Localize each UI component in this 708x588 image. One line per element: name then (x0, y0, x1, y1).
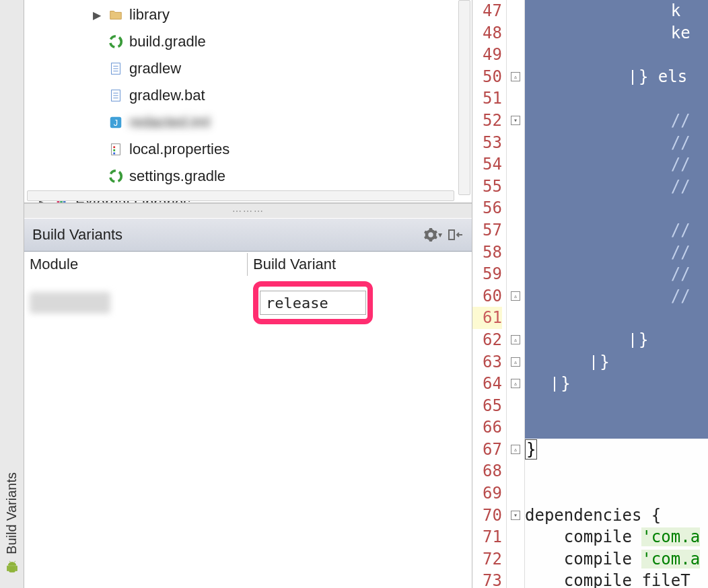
tree-label: gradlew (129, 60, 181, 77)
fold-gutter-cell[interactable]: ▵ (507, 285, 524, 307)
code-line[interactable] (525, 197, 708, 219)
tree-item-local-properties[interactable]: local.properties (65, 136, 472, 163)
svg-point-0 (110, 36, 122, 48)
code-line[interactable] (525, 482, 708, 505)
code-line[interactable]: } (525, 373, 708, 395)
fold-gutter-cell (507, 197, 524, 219)
line-number: 57 (472, 219, 502, 242)
fold-gutter-cell[interactable]: ▵ (507, 439, 524, 461)
module-icon: J (108, 114, 124, 131)
code-line[interactable]: k (525, 0, 708, 22)
module-name-redacted (30, 292, 110, 314)
line-number: 58 (472, 242, 502, 264)
line-number-gutter: 4748495051525354555657585960616263646566… (472, 0, 506, 588)
tree-item-settings-gradle[interactable]: settings.gradle (65, 163, 472, 190)
line-number: 56 (472, 197, 502, 219)
fold-expand-icon[interactable]: ▵ (511, 379, 520, 388)
svg-text:J: J (114, 118, 118, 128)
code-line[interactable] (525, 460, 708, 482)
code-line[interactable] (525, 307, 708, 329)
code-editor[interactable]: 4748495051525354555657585960616263646566… (472, 0, 708, 588)
line-number: 62 (472, 329, 502, 351)
fold-expand-icon[interactable]: ▵ (511, 335, 520, 344)
code-line[interactable]: } (525, 351, 708, 373)
tree-item-gradlew[interactable]: gradlew (65, 55, 472, 82)
tree-label-redacted: redacted.iml (129, 114, 210, 131)
expand-arrow-icon[interactable]: ▶ (92, 9, 102, 22)
fold-expand-icon[interactable]: ▵ (511, 357, 520, 367)
left-panel: ▶ library build.gradle (24, 0, 472, 588)
code-line[interactable]: // (525, 242, 708, 264)
line-number: 52 (472, 110, 502, 132)
code-line[interactable] (525, 44, 708, 66)
fold-gutter-cell (507, 219, 524, 242)
code-line[interactable]: // (525, 110, 708, 132)
code-line[interactable]: dependencies { (525, 505, 708, 527)
fold-gutter-cell (507, 526, 524, 548)
fold-gutter-cell[interactable]: ▾ (507, 505, 524, 527)
fold-gutter-cell[interactable]: ▵ (507, 351, 524, 373)
column-header-module[interactable]: Module (24, 253, 248, 276)
code-line[interactable] (525, 416, 708, 439)
svg-rect-13 (113, 149, 115, 151)
svg-rect-11 (112, 144, 120, 155)
line-number: 71 (472, 526, 502, 548)
hide-panel-icon[interactable] (448, 228, 464, 242)
code-line[interactable] (525, 395, 708, 417)
code-line[interactable]: ke (525, 22, 708, 44)
gear-icon[interactable]: ▾ (423, 227, 442, 242)
column-header-variant[interactable]: Build Variant (248, 253, 472, 276)
code-line[interactable]: compile fileT (525, 570, 708, 588)
code-line[interactable]: // (525, 263, 708, 285)
code-line[interactable]: } (525, 329, 708, 351)
line-number: 47 (472, 0, 502, 22)
tree-item-library[interactable]: ▶ library (65, 1, 472, 28)
code-line[interactable]: compile 'com.a (525, 548, 708, 571)
variant-value: release (266, 295, 328, 311)
tree-label: local.properties (129, 141, 229, 158)
fold-gutter-cell (507, 548, 524, 571)
module-cell[interactable] (24, 277, 248, 328)
tree-item-iml[interactable]: J redacted.iml (65, 109, 472, 136)
vertical-scrollbar[interactable] (458, 0, 470, 195)
tree-item-gradlew-bat[interactable]: gradlew.bat (65, 82, 472, 109)
fold-gutter-cell (507, 482, 524, 505)
build-variant-select[interactable]: release (260, 291, 366, 315)
fold-collapse-icon[interactable]: ▾ (511, 116, 520, 125)
line-number: 72 (472, 548, 502, 571)
svg-rect-12 (113, 146, 115, 148)
fold-expand-icon[interactable]: ▵ (511, 72, 520, 81)
code-line[interactable]: // (525, 285, 708, 307)
fold-gutter-cell[interactable]: ▵ (507, 66, 524, 88)
gradle-icon (108, 34, 124, 50)
code-line[interactable]: compile 'com.a (525, 526, 708, 548)
code-line[interactable]: } els (525, 66, 708, 88)
fold-expand-icon[interactable]: ▵ (511, 291, 520, 301)
tree-item-build-gradle[interactable]: build.gradle (65, 28, 472, 55)
annotation-highlight: release (253, 281, 373, 324)
code-line[interactable] (525, 87, 708, 110)
line-number: 63 (472, 351, 502, 373)
project-tree[interactable]: ▶ library build.gradle (24, 0, 472, 203)
fold-collapse-icon[interactable]: ▾ (511, 511, 520, 520)
fold-gutter-cell[interactable]: ▵ (507, 373, 524, 395)
fold-gutter[interactable]: ▵▾▵▵▵▵▵▾▵ (506, 0, 525, 588)
line-number: 50 (472, 66, 502, 88)
rail-tab-build-variants[interactable]: Build Variants (4, 440, 20, 575)
svg-point-15 (110, 171, 122, 182)
panel-resize-handle[interactable]: ⋯⋯⋯ (24, 203, 472, 218)
code-line[interactable]: // (525, 153, 708, 176)
svg-rect-19 (449, 230, 454, 240)
fold-expand-icon[interactable]: ▵ (511, 445, 520, 454)
code-area[interactable]: k ke } els // // // // // // // // } } } (525, 0, 708, 588)
code-line[interactable]: } (525, 439, 708, 461)
code-line[interactable]: // (525, 132, 708, 154)
horizontal-scrollbar[interactable] (27, 190, 454, 201)
folder-icon (108, 7, 124, 23)
fold-gutter-cell[interactable]: ▾ (507, 110, 524, 132)
code-line[interactable]: // (525, 219, 708, 242)
fold-gutter-cell[interactable]: ▵ (507, 329, 524, 351)
fold-gutter-cell (507, 44, 524, 66)
code-line[interactable]: // (525, 176, 708, 198)
line-number: 61 (472, 307, 502, 329)
